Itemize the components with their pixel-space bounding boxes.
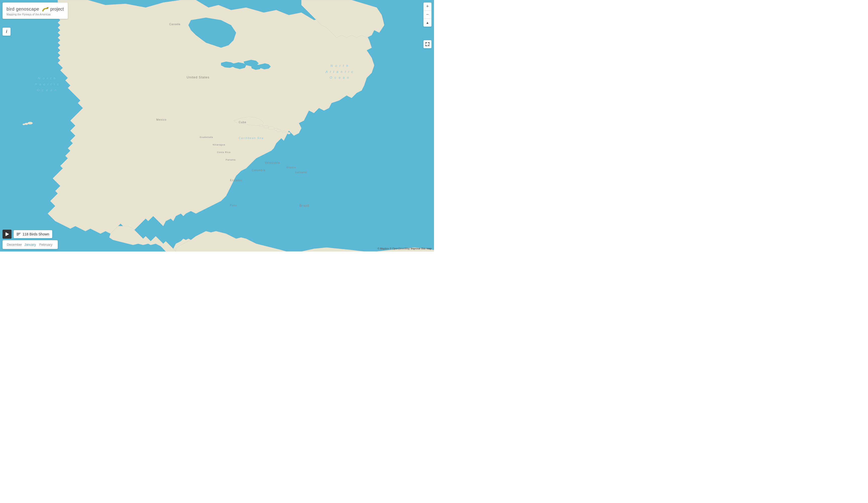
zoom-out-icon: − [426, 12, 429, 17]
logo-panel: bird genoscape project Mapping the Flywa… [2, 2, 68, 19]
fullscreen-icon [425, 42, 430, 46]
north-pacific-label: N o r t hP a c i f i cO c e a n [35, 75, 59, 93]
filter-line-3 [17, 235, 19, 235]
svg-point-5 [264, 126, 269, 128]
openstreetmap-attribution: © OpenStreetMap [390, 247, 410, 250]
svg-point-9 [23, 124, 25, 125]
svg-point-2 [276, 130, 281, 132]
svg-point-4 [287, 132, 290, 134]
map-svg [0, 0, 434, 252]
logo-bird-icon [40, 6, 49, 12]
logo-subtitle: Mapping the Flyways of the Americas [7, 13, 51, 16]
zoom-in-button[interactable]: + [423, 2, 432, 11]
timeline-panel: December January February [2, 240, 58, 249]
logo-project-text: project [50, 7, 64, 12]
svg-point-0 [268, 127, 274, 130]
map-container[interactable]: N o r t hP a c i f i cO c e a n N o r t … [0, 0, 434, 252]
info-button[interactable]: i [2, 28, 11, 36]
compass-icon: ▲ [426, 21, 429, 24]
zoom-in-icon: + [426, 4, 429, 9]
reset-north-button[interactable]: ▲ [423, 19, 432, 27]
filter-icon [17, 233, 21, 235]
improve-map-link[interactable]: Improve this map [411, 247, 432, 250]
north-atlantic-label: N o r t hA t l a n t i cO c e a n [326, 63, 354, 80]
svg-point-6 [259, 125, 263, 127]
attribution: © Mapbox © OpenStreetMap Improve this ma… [378, 247, 432, 250]
month-february[interactable]: February [38, 243, 54, 246]
birds-shown-badge: 118 Birds Shown [13, 230, 52, 238]
filter-line-2 [17, 234, 20, 234]
caribbean-label: Caribbean Sea [239, 136, 264, 141]
svg-point-3 [282, 131, 286, 133]
filter-line-1 [17, 233, 21, 233]
svg-point-10 [48, 8, 48, 8]
logo-text-main: bird genoscape [7, 7, 39, 12]
map-controls: + − ▲ [423, 2, 432, 27]
birds-control-row: 118 Birds Shown [2, 230, 58, 239]
bottom-panel: 118 Birds Shown December January Februar… [2, 230, 58, 249]
logo-row: bird genoscape project [7, 6, 64, 12]
info-label: i [6, 29, 7, 34]
play-button[interactable] [2, 230, 12, 239]
svg-point-7 [28, 122, 33, 124]
zoom-out-button[interactable]: − [423, 11, 432, 19]
month-december[interactable]: December [7, 243, 22, 246]
fullscreen-button[interactable] [423, 40, 432, 48]
birds-shown-text: 118 Birds Shown [23, 232, 49, 236]
play-icon [6, 232, 9, 236]
logo-text: bird genoscape [7, 7, 39, 12]
month-january[interactable]: January [22, 243, 38, 246]
mapbox-attribution: © Mapbox [378, 247, 389, 250]
